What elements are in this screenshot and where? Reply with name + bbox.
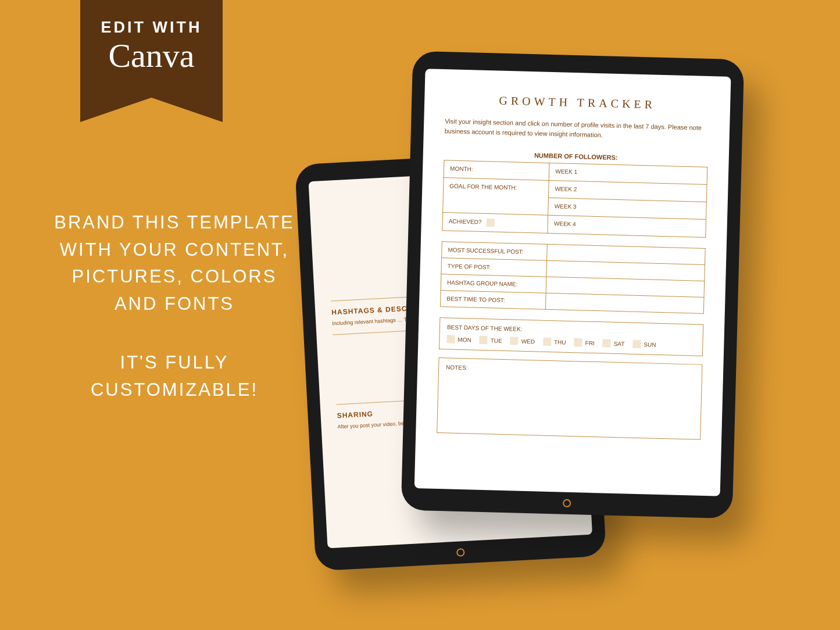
days-row: MON TUE WED THU FRI SAT SUN [446, 335, 695, 349]
info-value[interactable] [546, 293, 704, 313]
day-checkbox[interactable] [510, 337, 519, 345]
day-checkbox[interactable] [632, 340, 641, 348]
marketing-copy: BRAND THIS TEMPLATE WITH YOUR CONTENT, P… [52, 209, 296, 403]
label-month: MONTH: [444, 160, 549, 181]
marketing-block2: IT'S FULLY CUSTOMIZABLE! [52, 349, 296, 403]
day-tue: TUE [480, 336, 502, 345]
best-days-label: BEST DAYS OF THE WEEK: [447, 324, 696, 337]
label-goal: GOAL FOR THE MONTH: [443, 178, 549, 216]
day-fri: FRI [574, 338, 594, 347]
info-row: BEST TIME TO POST: [440, 291, 546, 310]
notes-label: NOTES: [446, 364, 468, 371]
ribbon-line2: Canva [80, 39, 223, 73]
day-label: MON [457, 336, 471, 343]
ribbon-line1: EDIT WITH [80, 19, 223, 37]
day-label: SAT [614, 340, 625, 346]
notes-box[interactable]: NOTES: [437, 357, 702, 440]
tablet-front: GROWTH TRACKER Visit your insight sectio… [401, 51, 744, 519]
day-checkbox[interactable] [603, 339, 611, 347]
day-label: FRI [585, 339, 595, 346]
edit-with-canva-badge: EDIT WITH Canva [80, 0, 223, 122]
tablet-front-screen: GROWTH TRACKER Visit your insight sectio… [414, 69, 731, 496]
achieved-checkbox[interactable] [487, 219, 495, 227]
day-checkbox[interactable] [480, 336, 488, 344]
followers-table: MONTH: WEEK 1 GOAL FOR THE MONTH: WEEK 2… [442, 160, 707, 238]
day-sun: SUN [632, 340, 656, 349]
home-button-icon [456, 548, 465, 557]
day-wed: WED [510, 337, 535, 345]
day-label: SUN [644, 341, 656, 348]
day-checkbox[interactable] [446, 335, 455, 343]
day-checkbox[interactable] [574, 338, 582, 346]
best-days-box: BEST DAYS OF THE WEEK: MON TUE WED THU F… [439, 317, 703, 356]
marketing-block1: BRAND THIS TEMPLATE WITH YOUR CONTENT, P… [52, 209, 296, 317]
day-thu: THU [543, 338, 566, 346]
home-button-icon [563, 499, 571, 507]
day-sat: SAT [603, 339, 625, 348]
day-label: THU [554, 339, 566, 346]
day-label: TUE [491, 337, 502, 344]
label-achieved-text: ACHIEVED? [449, 218, 482, 225]
growth-tracker-title: GROWTH TRACKER [445, 92, 709, 113]
day-label: WED [521, 338, 535, 345]
post-info-table: MOST SUCCESSFUL POST: TYPE OF POST: HASH… [440, 241, 706, 314]
day-checkbox[interactable] [543, 338, 551, 346]
label-achieved: ACHIEVED? [442, 213, 548, 234]
week-cell: WEEK 4 [548, 215, 706, 237]
growth-tracker-intro: Visit your insight section and click on … [445, 116, 709, 142]
day-mon: MON [446, 335, 471, 343]
